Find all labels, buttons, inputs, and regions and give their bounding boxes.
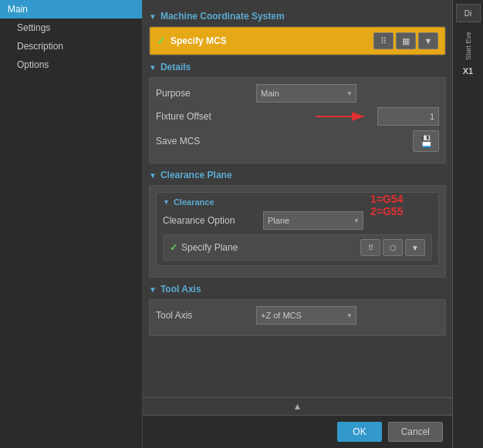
purpose-select-wrapper: Main Secondary xyxy=(256,84,356,103)
fixture-offset-control xyxy=(256,107,439,126)
tool-axis-section-header: ▼ Tool Axis xyxy=(149,284,446,295)
mcs-dots-button[interactable]: ⠿ xyxy=(373,32,393,49)
save-mcs-button[interactable]: 💾 xyxy=(413,130,439,152)
clearance-option-row: Clearance Option Plane Sphere None xyxy=(163,211,432,230)
mcs-dropdown-button[interactable]: ▼ xyxy=(418,32,438,49)
sidebar-item-settings[interactable]: Settings xyxy=(0,19,142,37)
ok-button[interactable]: OK xyxy=(337,422,381,442)
purpose-control: Main Secondary xyxy=(256,84,439,103)
tool-axis-select-wrapper: +Z of MCS -Z of MCS +X of MCS -X of MCS … xyxy=(256,306,356,325)
purpose-row: Purpose Main Secondary xyxy=(156,84,439,103)
right-panel-di-button[interactable]: Di xyxy=(456,4,481,22)
clearance-plane-triangle-icon: ▼ xyxy=(149,171,157,180)
save-mcs-label: Save MCS xyxy=(156,136,256,147)
specify-plane-bar: ✓ Specify Plane ⠿ ⬡ ▼ xyxy=(163,234,432,261)
right-panel-label: Start Eve xyxy=(464,32,472,60)
sidebar-item-main[interactable]: Main xyxy=(0,0,142,19)
clearance-subsection-header: ▼ Clearance xyxy=(163,197,432,207)
sidebar-item-description[interactable]: Description xyxy=(0,37,142,56)
specify-mcs-bar[interactable]: ✓ Specify MCS ⠿ ▦ ▼ xyxy=(150,27,445,55)
cancel-button[interactable]: Cancel xyxy=(388,422,443,442)
right-panel: Di Start Eve X1 xyxy=(452,0,483,448)
clearance-plane-card: ▼ Clearance Clearance Option Plane Spher… xyxy=(149,185,446,278)
purpose-select[interactable]: Main Secondary xyxy=(256,84,356,103)
main-content: ▼ Machine Coordinate System ✓ Specify MC… xyxy=(143,0,452,448)
mcs-grid-button[interactable]: ▦ xyxy=(396,32,416,49)
clearance-option-select-wrapper: Plane Sphere None xyxy=(263,211,363,230)
sidebar: Main Settings Description Options xyxy=(0,0,143,448)
tool-axis-select[interactable]: +Z of MCS -Z of MCS +X of MCS -X of MCS … xyxy=(256,306,356,325)
red-arrow-svg xyxy=(312,106,373,127)
save-mcs-control: 💾 xyxy=(256,130,439,152)
specify-plane-layer-button[interactable]: ⬡ xyxy=(383,239,403,256)
specify-plane-bar-left: ✓ Specify Plane xyxy=(170,242,238,253)
footer: OK Cancel xyxy=(143,415,452,448)
mcs-checkmark-icon: ✓ xyxy=(157,35,166,47)
specify-plane-dropdown-button[interactable]: ▼ xyxy=(405,239,425,256)
save-mcs-row: Save MCS 💾 xyxy=(156,130,439,152)
clearance-option-label: Clearance Option xyxy=(163,215,263,226)
tool-axis-control: +Z of MCS -Z of MCS +X of MCS -X of MCS … xyxy=(256,306,439,325)
expand-button[interactable]: ▲ xyxy=(293,401,302,412)
clearance-subsection: ▼ Clearance Clearance Option Plane Spher… xyxy=(156,192,439,266)
content-wrapper: 1=G54 2=G55 ▼ Machine Coordinate System … xyxy=(143,0,452,448)
details-triangle-icon: ▼ xyxy=(149,63,157,72)
specify-plane-checkmark-icon: ✓ xyxy=(170,242,177,253)
tool-axis-triangle-icon: ▼ xyxy=(149,285,157,294)
tool-axis-card: Tool Axis +Z of MCS -Z of MCS +X of MCS … xyxy=(149,299,446,336)
clearance-option-control: Plane Sphere None xyxy=(263,211,432,230)
clearance-option-select[interactable]: Plane Sphere None xyxy=(263,211,363,230)
mcs-bar-right: ⠿ ▦ ▼ xyxy=(373,32,438,49)
details-card: Purpose Main Secondary Fixture Offset xyxy=(149,77,446,163)
fixture-offset-label: Fixture Offset xyxy=(156,111,256,122)
mcs-section-header: ▼ Machine Coordinate System xyxy=(149,11,446,22)
bottom-bar: ▲ xyxy=(143,397,452,415)
x1-label: X1 xyxy=(463,66,473,76)
clearance-sub-triangle-icon: ▼ xyxy=(163,198,170,206)
save-icon: 💾 xyxy=(420,135,433,147)
mcs-bar-left: ✓ Specify MCS xyxy=(157,35,227,47)
specify-plane-bar-right: ⠿ ⬡ ▼ xyxy=(360,239,425,256)
sidebar-item-options[interactable]: Options xyxy=(0,56,142,74)
details-section-header: ▼ Details xyxy=(149,62,446,72)
purpose-label: Purpose xyxy=(156,88,256,99)
tool-axis-row: Tool Axis +Z of MCS -Z of MCS +X of MCS … xyxy=(156,306,439,325)
fixture-offset-input[interactable] xyxy=(377,107,439,126)
mcs-triangle-icon: ▼ xyxy=(149,12,157,21)
content-scroll: ▼ Machine Coordinate System ✓ Specify MC… xyxy=(143,0,452,397)
tool-axis-label: Tool Axis xyxy=(156,310,256,321)
fixture-offset-row: Fixture Offset xyxy=(156,107,439,126)
specify-plane-dots-button[interactable]: ⠿ xyxy=(360,239,380,256)
mcs-card: ✓ Specify MCS ⠿ ▦ ▼ xyxy=(149,26,446,56)
clearance-plane-section-header: ▼ Clearance Plane xyxy=(149,170,446,180)
